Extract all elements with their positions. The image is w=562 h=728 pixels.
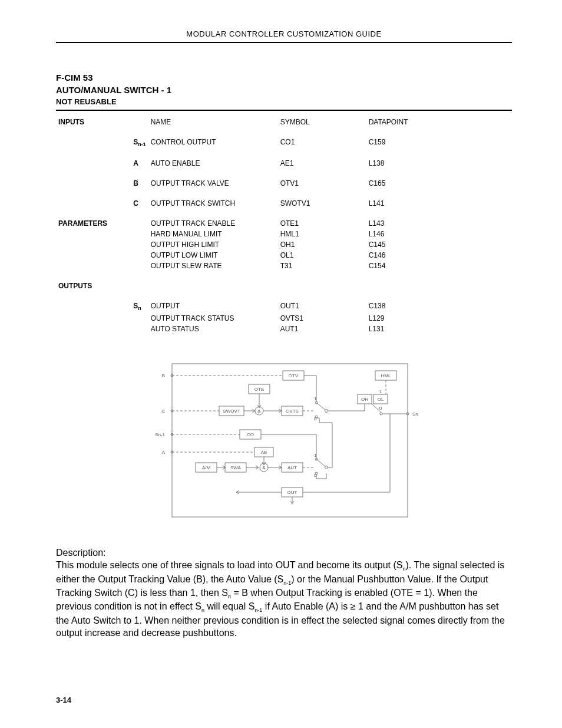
cell-datapoint: C138 (366, 301, 512, 312)
table-row: Sn OUTPUT OUT1 C138 (56, 301, 512, 312)
cell-name: OUTPUT (148, 301, 278, 312)
svg-text:0: 0 (314, 416, 317, 421)
cell-datapoint: L129 (366, 313, 512, 324)
svg-text:Sn: Sn (412, 411, 418, 417)
table-row: OUTPUT HIGH LIMIT OH1 C145 (56, 239, 512, 250)
svg-line-31 (316, 403, 325, 410)
cell-name: OUTPUT TRACK VALVE (148, 178, 278, 189)
page-number: 3-14 (56, 696, 71, 704)
col-symbol: SYMBOL (278, 117, 366, 127)
cell-name: CONTROL OUTPUT (148, 137, 278, 149)
svg-text:Sn-1: Sn-1 (155, 432, 165, 437)
cell-symbol: OTE1 (278, 218, 366, 229)
svg-text:CO: CO (247, 432, 254, 437)
title-line-1: F-CIM 53 (56, 73, 512, 83)
cell-datapoint: L141 (366, 198, 512, 209)
svg-point-59 (325, 466, 328, 469)
cell-symbol: OH1 (278, 239, 366, 250)
svg-text:OUT: OUT (287, 490, 297, 495)
cell-symbol: OL1 (278, 250, 366, 261)
table-row: OUTPUT LOW LIMIT OL1 C146 (56, 250, 512, 261)
running-head: MODULAR CONTROLLER CUSTOMIZATION GUIDE (56, 29, 512, 38)
cell-datapoint: C146 (366, 250, 512, 261)
cell-name: AUTO ENABLE (148, 158, 278, 169)
cell-symbol: OTV1 (278, 178, 366, 189)
table-row: AUTO STATUS AUT1 L131 (56, 324, 512, 334)
cell-name: OUTPUT LOW LIMIT (148, 250, 278, 261)
section-parameters: PARAMETERS (56, 218, 110, 229)
col-datapoint: DATAPOINT (366, 117, 512, 127)
svg-text:HML: HML (381, 373, 391, 378)
svg-text:&: & (262, 465, 266, 470)
svg-text:A: A (162, 450, 166, 455)
cell-datapoint: L131 (366, 324, 512, 334)
input-label-sub: n-1 (138, 141, 146, 147)
cell-datapoint: C154 (366, 261, 512, 271)
cell-name: OUTPUT TRACK STATUS (148, 313, 278, 324)
svg-text:OTV: OTV (289, 373, 299, 378)
cell-datapoint: L138 (366, 158, 512, 169)
cell-datapoint: C159 (366, 137, 512, 149)
table-row: OUTPUT SLEW RATE T31 C154 (56, 261, 512, 271)
spec-table: INPUTS NAME SYMBOL DATAPOINT Sn-1 CONTRO… (56, 117, 512, 334)
cell-symbol: CO1 (278, 137, 366, 149)
table-row: A AUTO ENABLE AE1 L138 (56, 158, 512, 169)
title-line-3: NOT REUSABLE (56, 97, 512, 106)
output-label-sub: n (138, 306, 141, 312)
input-label: B (133, 179, 138, 187)
table-row: OUTPUTS (56, 281, 512, 291)
cell-symbol: SWOTV1 (278, 198, 366, 209)
cell-name: OUTPUT SLEW RATE (148, 261, 278, 271)
svg-text:A/M: A/M (202, 465, 211, 470)
svg-text:1: 1 (379, 389, 382, 394)
cell-symbol: T31 (278, 261, 366, 271)
cell-symbol: OVTS1 (278, 313, 366, 324)
svg-text:OL: OL (378, 397, 384, 402)
cell-name: OUTPUT HIGH LIMIT (148, 239, 278, 250)
input-label: A (133, 159, 138, 167)
block-diagram: B C Sn-1 A Sn OTV OTE SWOVT & OVTS 1 0 C… (148, 358, 419, 523)
input-label: C (133, 199, 138, 207)
svg-text:AE: AE (261, 450, 267, 455)
title-rule (56, 110, 512, 111)
svg-text:OTE: OTE (254, 387, 264, 392)
svg-text:C: C (161, 409, 165, 414)
svg-text:&: & (257, 409, 261, 414)
title-line-2: AUTO/MANUAL SWITCH - 1 (56, 85, 512, 95)
cell-symbol: OUT1 (278, 301, 366, 312)
cell-datapoint: L143 (366, 218, 512, 229)
svg-text:SWOVT: SWOVT (223, 409, 240, 414)
section-inputs: INPUTS (56, 117, 110, 127)
cell-symbol: AE1 (278, 158, 366, 169)
description-text: This module selects one of three signals… (56, 559, 512, 640)
description-block: Description: This module selects one of … (56, 546, 512, 640)
svg-text:OH: OH (361, 397, 368, 402)
header-rule (56, 42, 512, 43)
input-label: S (133, 138, 138, 146)
table-row: B OUTPUT TRACK VALVE OTV1 C165 (56, 178, 512, 189)
table-row: HARD MANUAL LIMIT HML1 L146 (56, 229, 512, 239)
svg-text:AUT: AUT (287, 465, 297, 470)
cell-datapoint: C165 (366, 178, 512, 189)
cell-symbol: AUT1 (278, 324, 366, 334)
cell-name: OUTPUT TRACK ENABLE (148, 218, 278, 229)
section-outputs: OUTPUTS (56, 281, 110, 291)
cell-name: OUTPUT TRACK SWITCH (148, 198, 278, 209)
table-header-row: INPUTS NAME SYMBOL DATAPOINT (56, 117, 512, 127)
svg-text:B: B (162, 373, 165, 378)
table-row: C OUTPUT TRACK SWITCH SWOTV1 L141 (56, 198, 512, 209)
table-row: PARAMETERS OUTPUT TRACK ENABLE OTE1 L143 (56, 218, 512, 229)
cell-datapoint: L146 (366, 229, 512, 239)
cell-datapoint: C145 (366, 239, 512, 250)
svg-text:0: 0 (379, 406, 382, 411)
description-label: Description: (56, 546, 512, 559)
output-label: S (133, 302, 138, 310)
col-name: NAME (148, 117, 278, 127)
svg-text:SWA: SWA (230, 465, 242, 470)
svg-text:OVTS: OVTS (286, 409, 299, 414)
svg-line-58 (316, 459, 325, 466)
cell-name: AUTO STATUS (148, 324, 278, 334)
title-block: F-CIM 53 AUTO/MANUAL SWITCH - 1 NOT REUS… (56, 73, 512, 106)
table-row: OUTPUT TRACK STATUS OVTS1 L129 (56, 313, 512, 324)
table-row: Sn-1 CONTROL OUTPUT CO1 C159 (56, 137, 512, 149)
